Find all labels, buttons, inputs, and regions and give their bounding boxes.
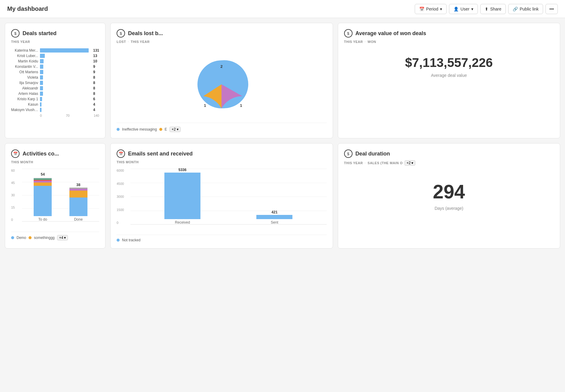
bar-label: Kristo Karp 1: [11, 97, 38, 101]
bar-row: Kristo Karp 16: [11, 97, 99, 101]
chevron-down-icon: ▾: [471, 7, 473, 11]
deals-started-card: $ Deals started THIS YEAR Katerina Mer..…: [5, 23, 105, 138]
bar-value-label: 10: [93, 59, 99, 63]
bar-fill: [164, 173, 200, 219]
bar-row: Maksym Viushkin4: [11, 108, 99, 112]
legend-more-button[interactable]: +2 ▾: [405, 160, 416, 166]
public-link-button[interactable]: 🔗 Public link: [508, 4, 543, 14]
chevron-down-icon: ▾: [177, 127, 179, 131]
avg-value-card: $ Average value of won deals THIS YEAR ·…: [338, 23, 560, 138]
bar-x-label: Received: [175, 220, 190, 225]
bar-container: [40, 102, 92, 107]
bar-fill: [40, 92, 43, 96]
bar-fill: [40, 97, 42, 101]
bar-row: Katerina Mer...131: [11, 48, 99, 53]
legend-dot: [117, 128, 120, 131]
bar-row: Violeta8: [11, 75, 99, 80]
emails-legend: Not tracked: [117, 235, 327, 242]
bar-value-label: 4: [93, 102, 99, 107]
legend-dot: [11, 236, 14, 239]
bar-fill: [40, 108, 41, 112]
bar-label: Martin Koidu: [11, 59, 38, 63]
bar-value-label: 13: [93, 54, 99, 58]
bar-value-label: 4: [93, 108, 99, 112]
bar-group-todo: 54 To do: [28, 172, 58, 222]
page-title: My dashboard: [7, 5, 48, 12]
card-subtitle: THIS MONTH: [11, 160, 99, 164]
bar-value-label: 131: [93, 48, 99, 53]
bar-value-label: 8: [93, 92, 99, 96]
legend-dot-2: [29, 236, 32, 239]
bar-label: Katerina Mer...: [11, 48, 38, 53]
more-icon: •••: [549, 7, 554, 11]
card-header: $ Deals lost b...: [117, 29, 327, 38]
horizontal-bar-chart: Katerina Mer...131Kristi Luber...13Marti…: [11, 48, 99, 112]
x-axis: 070140: [11, 114, 99, 117]
bar-value-label: 9: [93, 70, 99, 74]
bar-value-label: 6: [93, 97, 99, 101]
card-title: Deal duration: [356, 151, 390, 157]
bar-container: [40, 81, 92, 85]
bar-value-label: 8: [93, 75, 99, 80]
deals-lost-card: $ Deals lost b... LOST · THIS YEAR 2 1 1: [110, 23, 333, 138]
calendar-icon: 📅: [419, 7, 424, 11]
bar-label: Konstantin V...: [11, 65, 38, 69]
big-value: $7,113,557,226: [344, 56, 554, 70]
card-subtitle: LOST · THIS YEAR: [117, 40, 327, 44]
bar-row: Kasun4: [11, 102, 99, 107]
bar-label: Maksym Viushkin: [11, 108, 38, 112]
chevron-down-icon: ▾: [64, 236, 66, 240]
card-header: $ Deals started: [11, 29, 99, 38]
emails-card: 📅 Emails sent and received THIS MONTH 60…: [110, 143, 333, 249]
bar-row: Kristi Luber...13: [11, 54, 99, 58]
card-title: Activities co...: [23, 151, 59, 157]
bar-fill: [256, 215, 292, 219]
dollar-icon: $: [117, 29, 125, 38]
emails-chart: 60004500300015000 5336 Received: [117, 169, 327, 232]
bar-container: [40, 48, 92, 53]
bar-row: Konstantin V...9: [11, 65, 99, 69]
card-subtitle: THIS YEAR: [11, 40, 99, 44]
legend-more-button[interactable]: +2 ▾: [170, 127, 181, 132]
bar-label: Kasun: [11, 102, 38, 107]
card-subtitle: THIS YEAR · SALES (THE MAIN O +2 ▾: [344, 160, 554, 166]
bar-row: Martin Koidu10: [11, 59, 99, 63]
bar-value: 5336: [179, 168, 187, 172]
activities-legend: Demo somethinggg +4 ▾: [11, 232, 99, 240]
card-header: 📅 Emails sent and received: [117, 149, 327, 158]
bar-label: Kristi Luber...: [11, 54, 38, 58]
card-header: $ Average value of won deals: [344, 29, 554, 38]
bar-container: [40, 75, 92, 80]
bar-fill: [40, 81, 43, 85]
bar-value-label: 9: [93, 65, 99, 69]
card-subtitle: THIS MONTH: [117, 160, 327, 164]
bar-container: [40, 59, 92, 63]
bar-value: 54: [41, 172, 45, 176]
period-button[interactable]: 📅 Period ▾: [415, 4, 447, 14]
bar-x-label: Done: [74, 217, 83, 222]
share-icon: ⬆: [485, 7, 488, 11]
more-button[interactable]: •••: [545, 4, 558, 14]
dollar-icon: $: [11, 29, 20, 38]
email-bar-received: 5336 Received: [142, 168, 222, 225]
bar-label: Violeta: [11, 75, 38, 80]
legend-more-button[interactable]: +4 ▾: [57, 235, 68, 240]
svg-text:1: 1: [240, 103, 242, 108]
bar-x-label: Sent: [271, 220, 278, 225]
bar-value-label: 8: [93, 81, 99, 85]
header: My dashboard 📅 Period ▾ 👤 User ▾ ⬆ Share…: [0, 0, 565, 18]
share-button[interactable]: ⬆ Share: [480, 4, 506, 14]
legend-dot-2: [159, 128, 162, 131]
stacked-bar: [34, 177, 52, 216]
card-title: Emails sent and received: [128, 151, 193, 157]
svg-text:2: 2: [221, 64, 223, 69]
bar-fill: [40, 59, 44, 63]
card-title: Deals started: [23, 30, 56, 37]
bar-row: Aleksandr8: [11, 86, 99, 90]
big-value-label: Average deal value: [344, 73, 554, 78]
activities-chart: 604530150 54: [11, 169, 99, 229]
user-button[interactable]: 👤 User ▾: [449, 4, 478, 14]
user-icon: 👤: [454, 7, 459, 11]
bar-label: Artem Halas: [11, 92, 38, 96]
card-title: Deals lost b...: [128, 30, 163, 37]
